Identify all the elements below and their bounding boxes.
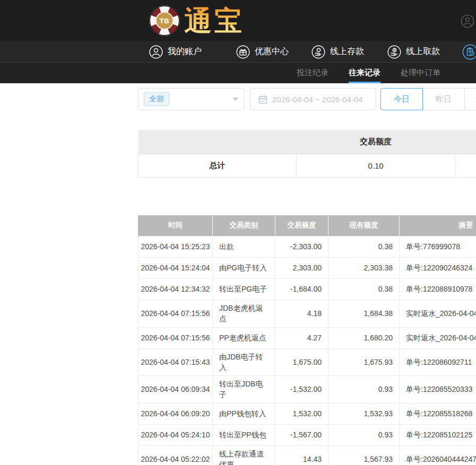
- cell-time: 2026-04-04 07:15:56: [139, 327, 213, 348]
- cell-balance: 0.38: [328, 279, 400, 300]
- cell-summary: 实时返水_2026-04-04: [400, 300, 476, 328]
- header-amount: 交易额度: [275, 215, 328, 236]
- record-tabs: 投注纪录 往来记录 处理中订单: [0, 62, 476, 83]
- tab-processing-orders[interactable]: 处理中订单: [401, 63, 440, 83]
- cell-amount: -1,567.00: [275, 424, 328, 445]
- cell-balance: 1,675.93: [328, 348, 400, 376]
- cell-type: 转出至PP钱包: [213, 424, 275, 445]
- transaction-records-icon: [462, 44, 476, 60]
- cell-type: 线上存款通道优惠: [213, 445, 275, 465]
- cell-balance: 1,680.20: [328, 327, 400, 348]
- cell-time: 2026-04-04 15:24:04: [139, 258, 213, 279]
- table-row: 2026-04-04 05:24:10 转出至PP钱包 -1,567.00 0.…: [139, 424, 476, 445]
- last7days-button[interactable]: 近7日: [464, 88, 476, 110]
- date-range-input[interactable]: 2026-04-04 ~ 2026-04-04: [250, 88, 376, 110]
- cell-type: 由PP钱包转入: [213, 403, 275, 424]
- summary-total-clipped: [455, 154, 476, 177]
- cell-type: 转出至PG电子: [213, 279, 275, 300]
- account-icon[interactable]: [461, 14, 474, 28]
- cell-balance: 0.38: [328, 236, 400, 258]
- cell-summary: 单号:122085520333: [400, 376, 476, 403]
- header-balance: 现有额度: [328, 215, 400, 236]
- nav-item-promotions[interactable]: 优惠中心: [236, 41, 289, 62]
- summary-header-empty: [139, 130, 297, 154]
- chevron-down-icon: [233, 98, 238, 101]
- cell-amount: -1,532.00: [275, 376, 328, 403]
- cell-amount: -1,684.00: [275, 279, 328, 300]
- date-range-value: 2026-04-04 ~ 2026-04-04: [272, 95, 363, 104]
- cell-type: 由PG电子转入: [213, 258, 275, 279]
- user-icon: [149, 45, 163, 59]
- table-row: 2026-04-04 07:15:56 JDB老虎机返点 4.18 1,684.…: [139, 300, 476, 328]
- filter-row: 全部 2026-04-04 ~ 2026-04-04 今日: [138, 88, 476, 110]
- cell-summary: 单号:122085102125: [400, 424, 476, 445]
- top-header: TB 通宝: [0, 0, 476, 41]
- tab-betting-records[interactable]: 投注纪录: [297, 63, 328, 83]
- summary-header-clipped: [455, 130, 476, 154]
- header-time: 时间: [139, 215, 213, 236]
- today-button[interactable]: 今日: [380, 88, 423, 110]
- logo-text: 通宝: [184, 4, 245, 37]
- main-nav: 我的账户 优惠中心 线上存款: [0, 41, 476, 62]
- table-row: 2026-04-04 07:15:56 PP老虎机返点 4.27 1,680.2…: [139, 327, 476, 348]
- cell-balance: 0.93: [328, 424, 400, 445]
- cell-type: 转出至JDB电子: [213, 376, 275, 403]
- nav-item-withdraw[interactable]: 线上取款: [387, 41, 440, 62]
- main-content: 全部 2026-04-04 ~ 2026-04-04 今日: [138, 88, 476, 465]
- nav-item-deposit[interactable]: 线上存款: [311, 41, 364, 62]
- cell-summary: 实时返水_2026-04-04: [400, 327, 476, 348]
- cell-amount: 1,532.00: [275, 403, 328, 424]
- cell-summary: 单号:776999078: [400, 236, 476, 258]
- cell-balance: 1,567.93: [328, 445, 400, 465]
- cell-summary: 单号:2026040444247791: [400, 445, 476, 465]
- nav-item-label: 我的账户: [168, 46, 202, 57]
- cell-amount: 4.27: [275, 327, 328, 348]
- cell-amount: 4.18: [275, 300, 328, 328]
- logo-badge: TB: [155, 12, 174, 30]
- summary-header-amount: 交易额度: [297, 130, 455, 154]
- cell-time: 2026-04-04 05:24:10: [139, 424, 213, 445]
- quick-date-buttons: 今日 昨日 近7日: [380, 88, 476, 110]
- nav-item-label: 优惠中心: [255, 46, 289, 57]
- withdraw-icon: [387, 45, 401, 59]
- cell-time: 2026-04-04 06:09:34: [139, 376, 213, 403]
- table-row: 2026-04-04 15:24:04 由PG电子转入 2,303.00 2,3…: [139, 258, 476, 279]
- header-summary: 摘要: [400, 215, 476, 236]
- cell-summary: 单号:122085518268: [400, 403, 476, 424]
- table-row: 2026-04-04 15:25:23 出款 -2,303.00 0.38 单号…: [139, 236, 476, 258]
- summary-total-row: 总计 0.10: [139, 154, 476, 177]
- type-select[interactable]: 全部: [138, 88, 244, 110]
- calendar-icon: [258, 95, 267, 104]
- table-row: 2026-04-04 12:34:32 转出至PG电子 -1,684.00 0.…: [139, 279, 476, 300]
- summary-header-row: 交易额度: [139, 130, 476, 154]
- cell-summary: 单号:122086092711: [400, 348, 476, 376]
- gift-icon: [236, 45, 250, 59]
- records-table-body: 2026-04-04 15:25:23 出款 -2,303.00 0.38 单号…: [139, 236, 476, 465]
- records-table: 时间 交易类别 交易额度 现有额度 摘要 2026-04-04 15:25:23…: [138, 215, 476, 465]
- cell-amount: 2,303.00: [275, 258, 328, 279]
- nav-item-transaction-records[interactable]: [462, 41, 476, 62]
- cell-time: 2026-04-04 06:09:20: [139, 403, 213, 424]
- nav-item-label: 线上存款: [330, 46, 364, 57]
- cell-summary: 单号:122090246324: [400, 258, 476, 279]
- poker-chip-icon: TB: [149, 5, 180, 36]
- table-row: 2026-04-04 07:15:43 由JDB电子转入 1,675.00 1,…: [139, 348, 476, 376]
- tab-transaction-records[interactable]: 往来记录: [349, 63, 380, 83]
- yesterday-button[interactable]: 昨日: [422, 88, 465, 110]
- cell-amount: 1,675.00: [275, 348, 328, 376]
- cell-type: JDB老虎机返点: [213, 300, 275, 328]
- table-row: 2026-04-04 06:09:20 由PP钱包转入 1,532.00 1,5…: [139, 403, 476, 424]
- cell-time: 2026-04-04 07:15:56: [139, 300, 213, 328]
- cell-time: 2026-04-04 07:15:43: [139, 348, 213, 376]
- summary-table: 交易额度 总计 0.10: [138, 130, 476, 178]
- nav-item-my-account[interactable]: 我的账户: [149, 41, 202, 62]
- cell-balance: 0.93: [328, 376, 400, 403]
- brand-logo[interactable]: TB 通宝: [149, 4, 245, 37]
- cell-time: 2026-04-04 15:25:23: [139, 236, 213, 258]
- cell-summary: 单号:122088910978: [400, 279, 476, 300]
- cell-balance: 1,684.38: [328, 300, 400, 328]
- records-header-row: 时间 交易类别 交易额度 现有额度 摘要: [139, 215, 476, 236]
- nav-item-label: 线上取款: [406, 46, 440, 57]
- cell-time: 2026-04-04 12:34:32: [139, 279, 213, 300]
- cell-balance: 2,303.38: [328, 258, 400, 279]
